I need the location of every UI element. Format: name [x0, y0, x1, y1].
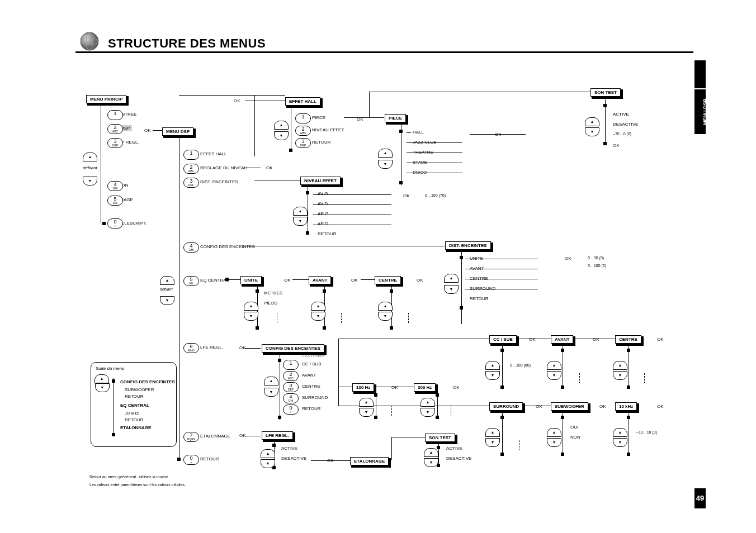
dsp-key-7[interactable]: 7PQRS	[183, 432, 199, 442]
root-down[interactable]	[83, 177, 97, 185]
eh-key-2[interactable]: 2ABC	[295, 126, 311, 136]
dsp-key-3[interactable]: 3DEF	[183, 178, 199, 188]
unite-up[interactable]	[244, 302, 258, 311]
cfg-sub-up[interactable]	[547, 428, 561, 437]
cfg-surr-down[interactable]	[485, 438, 500, 447]
svg-point-0	[81, 32, 98, 50]
st-down[interactable]	[585, 127, 599, 136]
stop	[225, 278, 229, 281]
ne-range: 0…100 (70)	[425, 193, 446, 197]
eq10k-up[interactable]	[613, 428, 627, 437]
ok: OK	[657, 404, 664, 409]
key-2[interactable]: 2ABC	[107, 124, 123, 134]
dsp-down[interactable]	[160, 296, 174, 305]
st-up[interactable]	[585, 117, 599, 126]
eq10k-down[interactable]	[613, 438, 627, 447]
ccsub-down[interactable]	[485, 371, 500, 380]
dsp-up[interactable]	[160, 276, 174, 285]
label-menu-dsp: MENU DSP	[162, 127, 193, 136]
stop	[603, 104, 607, 107]
key-4[interactable]: 4GHI	[107, 181, 123, 191]
ne-down[interactable]	[293, 217, 308, 226]
ne-1: AV G	[318, 191, 328, 196]
de-range: 0…30 (0)	[588, 256, 604, 260]
stop	[177, 458, 181, 461]
cfg-centre-down[interactable]	[613, 371, 627, 380]
cfg-down[interactable]	[264, 388, 278, 397]
de-up[interactable]	[444, 274, 459, 283]
stop	[278, 416, 281, 419]
header-divider	[75, 51, 693, 53]
et1-up[interactable]	[424, 448, 438, 457]
de-5: RETOUR	[470, 296, 489, 301]
key-3[interactable]: 3DEF	[107, 138, 123, 148]
piece-up[interactable]	[378, 149, 393, 158]
eh-item-1: PIECE	[312, 115, 325, 120]
rb-up[interactable]	[94, 374, 109, 383]
eq300-up[interactable]	[420, 398, 435, 407]
dsp-key-2[interactable]: 2ABC	[183, 164, 199, 174]
de-down[interactable]	[444, 285, 459, 294]
dsp-item-1: EFFET HALL	[200, 151, 226, 156]
label-dist-enceintes: DIST. ENCEINTES	[445, 241, 491, 250]
cfg-key-1[interactable]: 1	[283, 360, 299, 370]
cfg-sub-down[interactable]	[547, 438, 561, 447]
cfg-avant-up[interactable]	[547, 361, 561, 370]
rb-down[interactable]	[95, 383, 110, 392]
ccsub-up[interactable]	[485, 361, 500, 370]
cfg-key-0[interactable]: 0+	[283, 404, 299, 415]
ne-up[interactable]	[293, 207, 308, 216]
dsp-key-4[interactable]: 4GHI	[183, 242, 199, 253]
avant-down[interactable]	[311, 312, 325, 321]
cfg-surr-up[interactable]	[485, 428, 500, 437]
centre-down[interactable]	[378, 312, 393, 321]
eq100-down[interactable]	[359, 408, 374, 417]
dsp-item-3: DIST. ENCEINTES	[200, 179, 238, 184]
page-number: 49	[694, 488, 706, 508]
eq100-up[interactable]	[359, 398, 374, 407]
sub-2: NON	[570, 435, 580, 440]
unite-down[interactable]	[244, 312, 258, 321]
key-0[interactable]: 0+	[107, 218, 123, 229]
stop	[460, 306, 463, 310]
key-1[interactable]: 1	[107, 110, 123, 120]
cfg-key-2[interactable]: 2ABC	[283, 371, 299, 381]
avant-up[interactable]	[311, 302, 325, 311]
cfg-up[interactable]	[264, 377, 278, 386]
ccsub-hint: 0…100 (80)	[510, 363, 531, 367]
eh-key-1[interactable]: 1	[295, 113, 311, 123]
dsp-key-5[interactable]: 5JKL	[183, 276, 199, 286]
eq300-down[interactable]	[420, 408, 435, 417]
lfe-up[interactable]	[261, 449, 275, 458]
label-300hz: 300 Hz	[414, 383, 436, 392]
label-unite: UNITE	[240, 276, 262, 284]
cfg-centre-up[interactable]	[613, 361, 627, 370]
lfe-down[interactable]	[261, 459, 275, 468]
root-up[interactable]	[83, 153, 97, 161]
eh-key-3[interactable]: 3DEF	[295, 138, 311, 148]
dsp-key-6[interactable]: 6MNO	[183, 343, 199, 353]
eh-item-2: NIVEAU EFFET	[312, 127, 344, 132]
ok: OK	[266, 165, 273, 170]
dsp-key-0[interactable]: 0+	[183, 455, 199, 465]
piece-1: HALL	[413, 130, 424, 135]
cfg-key-3[interactable]: 3DEF	[283, 382, 299, 392]
cfg-avant-down[interactable]	[547, 371, 561, 380]
ok: OK	[239, 433, 246, 438]
dsp-key-1[interactable]: 1	[183, 150, 199, 160]
ok: OK	[599, 404, 606, 409]
key-5[interactable]: 5JKL	[107, 196, 123, 206]
cfg-1: CC / SUB	[302, 361, 322, 367]
piece-down[interactable]	[378, 160, 393, 169]
et1-down[interactable]	[424, 458, 438, 467]
ok: OK	[593, 337, 599, 342]
ok: OK	[613, 143, 620, 148]
stop	[399, 130, 403, 133]
root-scroll-note: défilant	[83, 165, 97, 170]
centre-up[interactable]	[378, 302, 393, 311]
st-2: DESACTIVE	[613, 122, 638, 127]
eh-up[interactable]	[274, 121, 289, 130]
cfg-4: SURROUND	[302, 395, 328, 400]
eh-down[interactable]	[274, 131, 289, 140]
cfg-key-4[interactable]: 4GHI	[283, 393, 299, 403]
